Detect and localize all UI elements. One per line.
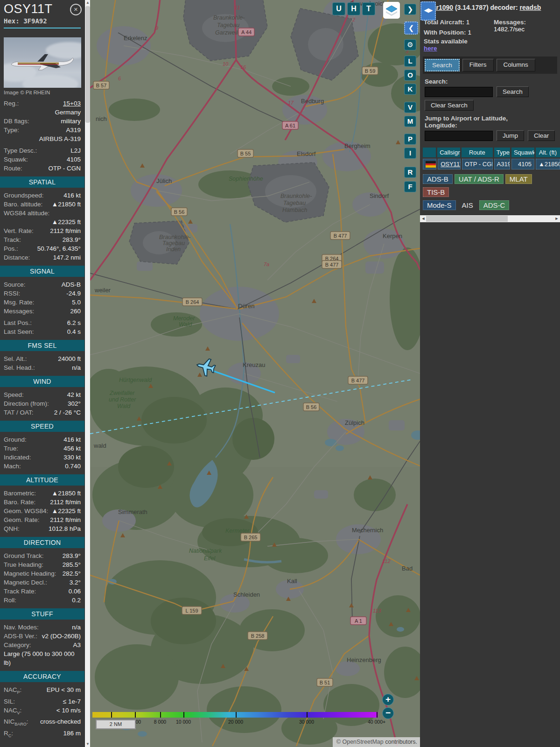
road-shield: B 477 <box>348 376 368 384</box>
readsb-link[interactable]: readsb <box>519 4 541 11</box>
map-label-mine: Braunkohle- <box>159 234 190 240</box>
multiselect-button[interactable]: V <box>404 102 416 113</box>
map-label-town: Düren <box>238 303 254 310</box>
map-button-u[interactable]: U <box>332 2 345 15</box>
search-button[interactable]: Search <box>497 86 529 97</box>
detail-row: NACV:< 10 m/s <box>0 706 84 718</box>
tab-columns[interactable]: Columns <box>497 59 535 71</box>
expand-right-button[interactable]: ❯ <box>404 4 416 15</box>
scroll-left-icon[interactable]: ◄ <box>420 215 426 222</box>
detail-value: 2112 ft/min <box>50 226 81 235</box>
tracks-button[interactable]: K <box>404 84 416 95</box>
detail-row: True:456 kt <box>0 444 84 453</box>
aircraft-photo[interactable] <box>4 37 81 88</box>
zoom-in-button[interactable]: + <box>382 694 394 705</box>
map-button-t[interactable]: T <box>362 2 375 15</box>
section-header-wind: WIND <box>0 376 84 387</box>
road-shield: B 264 <box>182 298 202 306</box>
road-shield: B 265 <box>241 533 260 541</box>
aircraft-list-panel: ◀▶ tar1090 (3.14.1787) decoder: readsb T… <box>420 0 560 747</box>
road-shield: B 56 <box>171 208 187 216</box>
map-canvas[interactable]: ErkelenzGrevenbroichBedburgnichJülichEls… <box>90 0 420 747</box>
detail-value: 302° <box>68 399 81 408</box>
scroll-right-icon[interactable]: ► <box>554 215 560 222</box>
layers-button[interactable] <box>383 2 400 19</box>
map-label-town: Elsdorf <box>297 150 316 157</box>
tab-filters[interactable]: Filters <box>462 59 494 71</box>
labels-button[interactable]: L <box>404 56 416 67</box>
section-header-accuracy: ACCURACY <box>0 671 84 682</box>
detail-row: Category:A3 <box>0 641 84 649</box>
scrollbar-thumb[interactable] <box>426 216 508 222</box>
map-label-mine: Tagebau <box>283 200 306 206</box>
column-header-Callsign[interactable]: Callsign <box>437 148 460 157</box>
cell-callsign[interactable]: OSY11T <box>438 159 461 169</box>
detail-value: n/a <box>72 623 81 632</box>
detail-value: 4105 <box>67 155 81 164</box>
osm-link[interactable]: © OpenStreetMap <box>336 739 384 745</box>
clear-jump-button[interactable]: Clear <box>528 130 555 141</box>
sidebar-scrollbar-thumb[interactable] <box>85 6 90 123</box>
detail-row: Messages:260 <box>0 307 84 316</box>
map-scale-indicator: 2 NM <box>96 719 136 729</box>
road-shield-label: B 264 <box>186 299 199 305</box>
detail-row: Squawk:4105 <box>0 155 84 164</box>
detail-value[interactable]: 15+03 <box>63 99 81 108</box>
scale-tick <box>236 712 237 718</box>
column-header-Alt. (ft)[interactable]: Alt. (ft) <box>536 148 560 157</box>
panel-toggle-arrows-icon[interactable]: ◀▶ <box>420 1 436 21</box>
settings-button[interactable]: ⚙ <box>404 39 416 50</box>
road-shield-label: L 159 <box>185 608 198 613</box>
jump-input[interactable] <box>425 131 493 141</box>
detail-label: Nav. Modes: <box>4 623 39 632</box>
road-shield-label: B 55 <box>240 151 251 156</box>
isolate-button[interactable]: I <box>404 148 416 159</box>
detail-value: cross-checked <box>40 717 81 729</box>
cell-alt: ▲21850 <box>536 159 560 169</box>
clear-search-button[interactable]: Clear Search <box>425 100 474 111</box>
column-header-Route[interactable]: Route <box>462 148 493 157</box>
follow-button[interactable]: F <box>404 181 416 192</box>
detail-value: 2112 ft/min <box>50 515 81 524</box>
persistence-button[interactable]: P <box>404 134 416 145</box>
detail-value: 0.740 <box>65 462 81 471</box>
detail-row: NACP:EPU < 30 m <box>0 685 84 697</box>
detail-label: Msg. Rate: <box>4 298 34 307</box>
road-shield: A 1 <box>350 617 366 625</box>
jump-button[interactable]: Jump <box>497 130 524 141</box>
detail-value: 2 / -26 °C <box>54 408 81 417</box>
with-position-value: 1 <box>468 29 471 36</box>
detail-label: True Heading: <box>4 560 43 569</box>
table-horizontal-scrollbar[interactable]: ◄ ► <box>420 215 560 222</box>
close-icon[interactable]: × <box>70 4 82 15</box>
zoom-out-button[interactable]: − <box>382 707 394 719</box>
messages-rate-value: 1482.7/sec <box>494 26 525 33</box>
aircraft-row[interactable]: OSY11TOTP - CGNA3194105▲21850 <box>423 159 560 169</box>
detail-label: DB flags: <box>4 117 29 126</box>
map-button-h[interactable]: H <box>347 2 360 15</box>
detail-value: 282.5° <box>63 569 81 578</box>
collapse-left-button[interactable]: ❮ <box>404 21 418 35</box>
detail-row: QNH:1012.8 hPa <box>0 524 84 533</box>
detail-row: Direction (from):302° <box>0 399 84 408</box>
detail-row: AIRBUS A-319 <box>0 134 84 143</box>
road-shield-label: B 265 <box>244 535 258 540</box>
route-button[interactable]: R <box>404 167 416 178</box>
detail-row: Pos.:50.746°, 6.435° <box>0 244 84 253</box>
map-label-nature: Eifel <box>204 555 216 562</box>
detail-value: 2112 ft/min <box>50 498 81 507</box>
scale-tick <box>183 712 184 718</box>
detail-row: Ground Track:283.9° <box>0 551 84 560</box>
search-input[interactable] <box>425 87 493 97</box>
stats-here-link[interactable]: here <box>424 45 437 52</box>
detail-value: 416 kt <box>63 435 81 444</box>
column-header-Type[interactable]: Type <box>494 148 510 157</box>
column-header-Squawk[interactable]: Squawk <box>511 148 534 157</box>
outlines-button[interactable]: O <box>404 70 416 81</box>
tab-search[interactable]: Search <box>425 59 460 71</box>
detail-value: 5.0 <box>72 298 81 307</box>
column-header-flag[interactable] <box>423 148 436 157</box>
badge-ads-c: ADS-C <box>479 200 510 210</box>
military-button[interactable]: M <box>404 116 416 127</box>
detail-label: Magnetic Heading: <box>4 569 56 578</box>
